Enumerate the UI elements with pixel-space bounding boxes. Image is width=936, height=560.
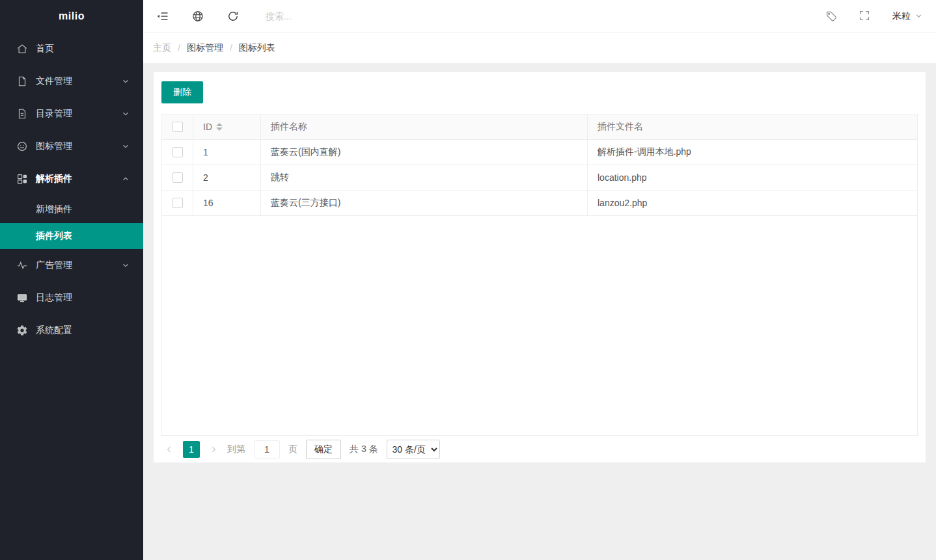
components-icon — [16, 173, 28, 185]
tag-icon[interactable] — [825, 10, 838, 23]
cell-name: 蓝奏云(国内直解) — [261, 140, 588, 165]
sidebar-item-settings[interactable]: 系统配置 — [0, 314, 143, 347]
chevron-down-icon — [121, 142, 130, 151]
breadcrumb: 主页 / 图标管理 / 图标列表 — [143, 33, 936, 64]
sidebar-item-label: 解析插件 — [36, 173, 121, 185]
plugin-table: ID 插件名称 插件文件名 1 蓝奏云(国内直解) 解析插件-调用本地.php — [161, 114, 918, 436]
cell-name: 跳转 — [261, 165, 588, 190]
table-empty-space — [162, 216, 917, 435]
table-row[interactable]: 1 蓝奏云(国内直解) 解析插件-调用本地.php — [162, 140, 917, 165]
globe-icon[interactable] — [191, 10, 204, 23]
row-checkbox[interactable] — [172, 147, 183, 157]
row-checkbox[interactable] — [172, 198, 183, 208]
sidebar-item-files[interactable]: 文件管理 — [0, 65, 143, 98]
delete-button[interactable]: 删除 — [161, 81, 203, 103]
sidebar-item-directory[interactable]: 目录管理 — [0, 98, 143, 130]
pulse-icon — [16, 260, 28, 271]
content-area: 删除 ID 插件名称 插件文件名 — [143, 64, 936, 560]
smiley-icon — [16, 140, 28, 152]
sidebar-subitem-plugin-list[interactable]: 插件列表 — [0, 223, 143, 249]
sidebar-item-logs[interactable]: 日志管理 — [0, 282, 143, 314]
search-input[interactable] — [266, 11, 383, 21]
current-page-button[interactable]: 1 — [183, 441, 200, 458]
fullscreen-icon[interactable] — [859, 10, 872, 23]
table-body: 1 蓝奏云(国内直解) 解析插件-调用本地.php 2 跳转 location.… — [162, 140, 917, 216]
table-header-checkbox-cell — [162, 114, 193, 139]
table-header-id: ID — [193, 114, 261, 139]
sidebar-item-label: 系统配置 — [36, 325, 130, 336]
sidebar-item-home[interactable]: 首页 — [0, 33, 143, 65]
main-area: 米粒 主页 / 图标管理 / 图标列表 删除 — [143, 0, 936, 560]
sidebar-item-icons[interactable]: 图标管理 — [0, 130, 143, 163]
monitor-icon — [16, 292, 28, 304]
sort-toggle[interactable] — [216, 123, 223, 131]
sidebar-subitem-label: 新增插件 — [36, 204, 72, 215]
table-header-file: 插件文件名 — [588, 114, 917, 139]
refresh-icon[interactable] — [227, 10, 240, 23]
sidebar-subitem-label: 插件列表 — [36, 230, 72, 242]
file-icon — [16, 75, 28, 87]
sidebar-item-label: 目录管理 — [36, 108, 121, 120]
cell-id: 2 — [193, 165, 261, 190]
cell-file: location.php — [588, 165, 917, 190]
plugin-list-card: 删除 ID 插件名称 插件文件名 — [154, 72, 926, 462]
breadcrumb-separator: / — [178, 43, 180, 53]
sidebar: milio 首页 文件管理 目录管理 — [0, 0, 143, 560]
breadcrumb-separator: / — [230, 43, 232, 53]
breadcrumb-item: 图标管理 — [187, 42, 223, 54]
table-row[interactable]: 16 蓝奏云(三方接口) lanzou2.php — [162, 191, 917, 216]
table-row[interactable]: 2 跳转 location.php — [162, 165, 917, 191]
topbar: 米粒 — [143, 0, 936, 33]
user-name: 米粒 — [892, 10, 911, 22]
sidebar-item-label: 广告管理 — [36, 260, 121, 271]
chevron-up-icon — [121, 174, 130, 183]
breadcrumb-item: 图标列表 — [239, 42, 275, 54]
gear-icon — [16, 325, 28, 336]
collapse-sidebar-icon[interactable] — [156, 10, 169, 23]
user-menu[interactable]: 米粒 — [892, 10, 923, 22]
table-header-name: 插件名称 — [261, 114, 588, 139]
breadcrumb-home[interactable]: 主页 — [153, 42, 171, 54]
sidebar-item-label: 日志管理 — [36, 292, 130, 304]
goto-label: 到第 — [227, 444, 245, 455]
pagination: 1 到第 页 确定 共 3 条 30 条/页 — [161, 436, 918, 462]
page-unit-label: 页 — [288, 444, 297, 455]
sidebar-item-ads[interactable]: 广告管理 — [0, 249, 143, 282]
chevron-down-icon — [121, 109, 130, 118]
app-logo: milio — [0, 0, 143, 33]
next-page-icon[interactable] — [208, 444, 219, 455]
row-checkbox[interactable] — [172, 172, 183, 183]
cell-id: 1 — [193, 140, 261, 165]
goto-page-input[interactable] — [254, 440, 280, 459]
cell-file: 解析插件-调用本地.php — [588, 140, 917, 165]
cell-id: 16 — [193, 191, 261, 215]
sidebar-item-label: 文件管理 — [36, 75, 121, 87]
sidebar-item-label: 首页 — [36, 43, 130, 55]
sidebar-subitem-add-plugin[interactable]: 新增插件 — [0, 195, 143, 223]
cell-name: 蓝奏云(三方接口) — [261, 191, 588, 215]
sidebar-item-plugins[interactable]: 解析插件 — [0, 163, 143, 195]
chevron-down-icon — [915, 12, 923, 20]
table-header-row: ID 插件名称 插件文件名 — [162, 114, 917, 140]
total-count-label: 共 3 条 — [350, 444, 378, 455]
per-page-select[interactable]: 30 条/页 — [387, 440, 440, 459]
select-all-checkbox[interactable] — [172, 122, 183, 132]
chevron-down-icon — [121, 261, 130, 270]
home-icon — [16, 43, 28, 55]
confirm-page-button[interactable]: 确定 — [306, 440, 341, 459]
chevron-down-icon — [121, 77, 130, 86]
sidebar-nav: 首页 文件管理 目录管理 图标管理 — [0, 33, 143, 560]
file-text-icon — [16, 108, 28, 120]
prev-page-icon[interactable] — [164, 444, 174, 455]
sidebar-item-label: 图标管理 — [36, 140, 121, 152]
cell-file: lanzou2.php — [588, 191, 917, 215]
